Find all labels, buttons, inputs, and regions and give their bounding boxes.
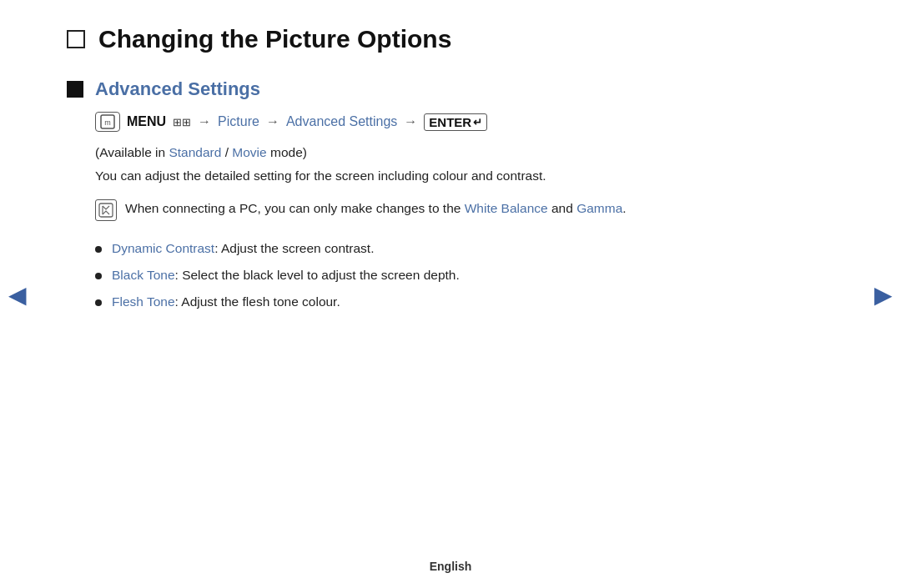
movie-link: Movie — [232, 145, 266, 159]
enter-label: ENTER — [429, 115, 471, 129]
page-title: Changing the Picture Options — [98, 25, 451, 53]
section-bullet — [67, 81, 83, 98]
menu-suffix: ⊞⊞ — [173, 116, 191, 128]
enter-symbol: ↵ — [473, 116, 482, 128]
page-title-row: Changing the Picture Options — [67, 25, 834, 53]
arrow-2: → — [266, 114, 279, 129]
bullet-list: Dynamic Contrast: Adjust the screen cont… — [95, 241, 834, 309]
arrow-1: → — [198, 114, 211, 129]
arrow-3: → — [404, 114, 417, 129]
white-balance-link: White Balance — [465, 201, 548, 215]
black-tone-desc: : Select the black level to adjust the s… — [175, 268, 460, 282]
note-icon — [95, 199, 117, 221]
note-row: When connecting a PC, you can only make … — [95, 199, 834, 221]
list-item: Black Tone: Select the black level to ad… — [95, 268, 834, 283]
standard-link: Standard — [169, 145, 221, 159]
note-text: When connecting a PC, you can only make … — [125, 199, 627, 219]
list-item: Dynamic Contrast: Adjust the screen cont… — [95, 241, 834, 256]
bullet-dot — [95, 273, 102, 279]
section-row: Advanced Settings — [67, 78, 834, 100]
section-title: Advanced Settings — [95, 78, 260, 100]
list-item-text: Dynamic Contrast: Adjust the screen cont… — [112, 241, 374, 256]
page-container: Changing the Picture Options Advanced Se… — [0, 0, 901, 588]
dynamic-contrast-desc: : Adjust the screen contrast. — [214, 241, 374, 255]
gamma-link: Gamma — [576, 201, 622, 215]
flesh-tone-desc: : Adjust the flesh tone colour. — [175, 294, 340, 309]
svg-text:m: m — [104, 118, 111, 127]
enter-box: ENTER ↵ — [424, 113, 487, 131]
dynamic-contrast-link: Dynamic Contrast — [112, 241, 214, 255]
nav-arrow-right[interactable]: ▶ — [874, 280, 893, 308]
list-item-text: Black Tone: Select the black level to ad… — [112, 268, 460, 283]
menu-path-row: m MENU ⊞⊞ → Picture → Advanced Settings … — [95, 112, 834, 132]
menu-label: MENU — [127, 114, 166, 129]
description-text: You can adjust the detailed setting for … — [95, 168, 834, 183]
menu-advanced-settings: Advanced Settings — [286, 114, 397, 129]
bullet-dot — [95, 299, 102, 306]
bullet-dot — [95, 246, 102, 253]
menu-picture: Picture — [218, 114, 259, 129]
flesh-tone-link: Flesh Tone — [112, 294, 175, 309]
available-note: (Available in Standard / Movie mode) — [95, 145, 834, 160]
black-tone-link: Black Tone — [112, 268, 175, 282]
page-title-checkbox — [67, 30, 85, 48]
footer: English — [0, 560, 901, 573]
menu-icon: m — [95, 112, 120, 132]
svg-rect-2 — [99, 204, 113, 217]
list-item: Flesh Tone: Adjust the flesh tone colour… — [95, 294, 834, 309]
nav-arrow-left[interactable]: ◀ — [8, 280, 27, 308]
list-item-text: Flesh Tone: Adjust the flesh tone colour… — [112, 294, 340, 309]
